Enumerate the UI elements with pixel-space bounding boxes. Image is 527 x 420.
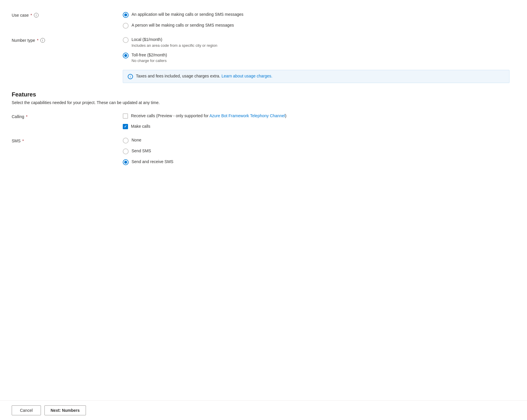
taxes-text: Taxes and fees included, usage charges e…: [136, 74, 220, 78]
sms-none-label: None: [132, 137, 141, 143]
receive-calls-prefix: Receive calls (Preview - only supported …: [131, 113, 209, 118]
number-type-local-radio[interactable]: [123, 37, 129, 43]
sms-options: None Send SMS Send and receive SMS: [123, 137, 509, 165]
use-case-person-option[interactable]: A person will be making calls or sending…: [123, 23, 509, 29]
cancel-button[interactable]: Cancel: [12, 405, 41, 415]
number-type-label: Number type * i: [12, 37, 123, 43]
number-type-row: Number type * i Local ($1/month) Include…: [12, 37, 509, 83]
next-button[interactable]: Next: Numbers: [44, 405, 86, 415]
sms-send-label: Send SMS: [132, 148, 151, 154]
number-type-tollfree-group: Toll-free ($2/month) No charge for calle…: [123, 52, 509, 63]
learn-usage-charges-link[interactable]: Learn about usage charges.: [222, 74, 272, 78]
number-type-tollfree-option[interactable]: Toll-free ($2/month) No charge for calle…: [123, 52, 509, 63]
number-type-local-option[interactable]: Local ($1/month) Includes an area code f…: [123, 37, 509, 48]
number-type-required: *: [37, 38, 38, 43]
azure-bot-link[interactable]: Azure Bot Framework Telephony Channel: [209, 113, 285, 118]
use-case-app-label: An application will be making calls or s…: [132, 12, 243, 18]
receive-calls-label: Receive calls (Preview - only supported …: [131, 113, 286, 119]
sms-none-radio[interactable]: [123, 138, 129, 144]
number-type-local-label: Local ($1/month): [132, 37, 217, 43]
calling-label: Calling *: [12, 113, 123, 119]
number-type-local-sublabel: Includes an area code from a specific ci…: [132, 43, 217, 48]
number-type-tollfree-radio[interactable]: [123, 53, 129, 58]
number-type-local-group: Local ($1/month) Includes an area code f…: [123, 37, 509, 48]
use-case-person-label: A person will be making calls or sending…: [132, 23, 234, 28]
number-type-tollfree-label: Toll-free ($2/month): [132, 52, 167, 58]
sms-label-text: SMS: [12, 139, 20, 143]
number-type-tollfree-sublabel: No charge for callers: [132, 58, 167, 63]
features-title: Features: [12, 91, 509, 98]
sms-row: SMS * None Send SMS Send and receive SMS: [12, 137, 509, 165]
use-case-label-text: Use case: [12, 13, 29, 18]
sms-send-radio[interactable]: [123, 148, 129, 154]
number-type-info-icon[interactable]: i: [40, 38, 45, 43]
receive-calls-option[interactable]: Receive calls (Preview - only supported …: [123, 113, 509, 119]
use-case-person-radio[interactable]: [123, 23, 129, 29]
sms-required: *: [22, 139, 24, 143]
number-type-local-text-group: Local ($1/month) Includes an area code f…: [132, 37, 217, 48]
make-calls-checkbox[interactable]: [123, 124, 128, 129]
taxes-info-banner: i Taxes and fees included, usage charges…: [123, 70, 509, 83]
sms-send-receive-option[interactable]: Send and receive SMS: [123, 159, 509, 165]
use-case-row: Use case * i An application will be maki…: [12, 12, 509, 29]
info-banner-icon: i: [128, 74, 133, 79]
make-calls-option[interactable]: Make calls: [123, 124, 509, 129]
number-type-options: Local ($1/month) Includes an area code f…: [123, 37, 509, 83]
calling-label-text: Calling: [12, 114, 24, 119]
use-case-info-icon[interactable]: i: [34, 13, 39, 18]
receive-calls-checkbox[interactable]: [123, 113, 128, 119]
calling-row: Calling * Receive calls (Preview - only …: [12, 113, 509, 129]
sms-label: SMS *: [12, 137, 123, 143]
use-case-options: An application will be making calls or s…: [123, 12, 509, 29]
make-calls-label: Make calls: [131, 124, 150, 129]
receive-calls-suffix: ): [285, 113, 286, 118]
calling-required: *: [26, 114, 27, 119]
number-type-tollfree-text-group: Toll-free ($2/month) No charge for calle…: [132, 52, 167, 63]
info-banner-text: Taxes and fees included, usage charges e…: [136, 74, 272, 78]
calling-options: Receive calls (Preview - only supported …: [123, 113, 509, 129]
use-case-label: Use case * i: [12, 12, 123, 18]
use-case-app-option[interactable]: An application will be making calls or s…: [123, 12, 509, 18]
bottom-bar: Cancel Next: Numbers: [0, 400, 527, 420]
use-case-app-radio[interactable]: [123, 12, 129, 18]
features-subtitle: Select the capabilities needed for your …: [12, 100, 509, 105]
features-section: Features Select the capabilities needed …: [12, 91, 509, 165]
sms-none-option[interactable]: None: [123, 137, 509, 144]
sms-send-option[interactable]: Send SMS: [123, 148, 509, 154]
use-case-required: *: [30, 13, 32, 18]
sms-send-receive-radio[interactable]: [123, 159, 129, 165]
sms-send-receive-label: Send and receive SMS: [132, 159, 173, 165]
number-type-label-text: Number type: [12, 38, 35, 43]
